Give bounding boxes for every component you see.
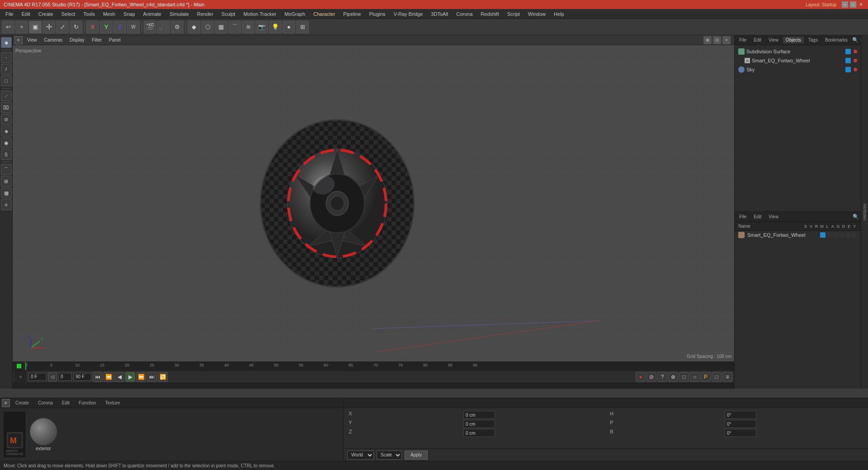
camera-button[interactable]: 📷 xyxy=(255,21,268,33)
om-bookmarks-tab[interactable]: Bookmarks xyxy=(822,37,850,43)
menu-mograph[interactable]: MoGraph xyxy=(281,9,309,19)
obj-wheel[interactable]: G Smart_EQ_Fortwo_Wheel xyxy=(743,56,859,65)
play-btn[interactable]: ▶ xyxy=(125,372,135,382)
tool-4[interactable]: ◈ xyxy=(1,126,12,136)
object-mode-button[interactable]: ◆ xyxy=(188,21,200,33)
y-axis-button[interactable]: Y xyxy=(100,21,113,33)
render-settings-button[interactable]: ⚙ xyxy=(171,21,184,33)
key-add-btn[interactable]: ⊕ xyxy=(668,372,678,382)
obj-sky[interactable]: Sky xyxy=(736,65,859,74)
obj-sky-check[interactable] xyxy=(845,67,851,72)
menu-render[interactable]: Render xyxy=(193,9,217,19)
attr-view-tab[interactable]: View xyxy=(766,213,781,220)
attr-ctrl-3[interactable] xyxy=(833,232,838,238)
obj-wheel-check[interactable] xyxy=(845,58,851,63)
menu-redshift[interactable]: Redshift xyxy=(477,9,502,19)
x-pos-input[interactable] xyxy=(463,411,495,419)
new-button[interactable]: + xyxy=(15,21,28,33)
goto-start-btn[interactable]: ⏮ xyxy=(93,372,103,382)
vp-nav-move[interactable]: ⊕ xyxy=(703,36,712,44)
vp-panel-btn[interactable]: Panel xyxy=(106,37,123,43)
tool-1[interactable]: ⟋ xyxy=(1,90,12,101)
menu-window[interactable]: Window xyxy=(524,9,549,19)
x-axis-button[interactable]: X xyxy=(86,21,99,33)
tool-2[interactable]: ⌧ xyxy=(1,102,12,113)
menu-snap[interactable]: Snap xyxy=(120,9,139,19)
light-button[interactable]: 💡 xyxy=(269,21,282,33)
menu-select[interactable]: Select xyxy=(58,9,79,19)
tool-3[interactable]: ⊘ xyxy=(1,114,12,125)
menu-help[interactable]: Help xyxy=(550,9,568,19)
menu-character[interactable]: Character xyxy=(310,9,339,19)
minimize-button[interactable]: ─ xyxy=(842,1,848,8)
mat-function-tab[interactable]: Function xyxy=(75,400,99,406)
attr-search-icon[interactable]: 🔍 xyxy=(853,214,859,220)
texture-button[interactable]: ▦ xyxy=(215,21,227,33)
tool-8[interactable]: ⊞ xyxy=(1,176,12,187)
vp-filter-btn[interactable]: Filter xyxy=(89,37,104,43)
points-btn[interactable]: · xyxy=(1,52,12,63)
tool-10[interactable]: ≡ xyxy=(1,199,12,210)
play-reverse-btn[interactable]: ◀ xyxy=(114,372,124,382)
timeline-ruler-main[interactable]: 0 5 10 15 20 25 30 35 40 45 50 55 60 65 xyxy=(25,362,734,370)
attr-file-tab[interactable]: File xyxy=(736,213,749,220)
current-frame-input[interactable] xyxy=(28,373,47,381)
mat-texture-tab[interactable]: Texture xyxy=(101,400,123,406)
frame-number-input[interactable] xyxy=(58,373,72,381)
menu-mesh[interactable]: Mesh xyxy=(99,9,119,19)
h-rot-input[interactable] xyxy=(725,411,756,419)
apply-button[interactable]: Apply xyxy=(405,451,428,460)
vp-menu-icon[interactable]: ≡ xyxy=(14,36,23,44)
vp-nav-orbit[interactable]: ⊙ xyxy=(713,36,721,44)
help-btn[interactable]: ? xyxy=(657,372,667,382)
poly-btn[interactable]: □ xyxy=(1,75,12,86)
p-rot-input[interactable] xyxy=(725,420,756,428)
viewport[interactable]: Perspective Grid Spacing : 100 cm Y X Z xyxy=(13,45,734,362)
z-axis-button[interactable]: Z xyxy=(113,21,126,33)
om-file-tab[interactable]: File xyxy=(736,37,749,43)
obj-mode-btn[interactable]: ◆ xyxy=(1,37,12,48)
menu-tools[interactable]: Tools xyxy=(80,9,99,19)
maximize-button[interactable]: □ xyxy=(850,1,856,8)
y-pos-input[interactable] xyxy=(463,420,495,428)
scale-button[interactable]: ⤢ xyxy=(56,21,69,33)
preview-btn[interactable]: P xyxy=(701,372,711,382)
attr-object-row[interactable]: Smart_EQ_Fortwo_Wheel xyxy=(735,231,861,239)
attr-ctrl-4[interactable] xyxy=(839,232,844,238)
material-button[interactable]: ● xyxy=(283,21,295,33)
tool-7[interactable]: ⌒ xyxy=(1,164,12,175)
om-objects-tab[interactable]: Objects xyxy=(783,37,804,43)
vp-display-btn[interactable]: Display xyxy=(67,37,87,43)
menu-animate[interactable]: Animate xyxy=(140,9,165,19)
b-rot-input[interactable] xyxy=(725,429,756,437)
material-item[interactable]: exterior xyxy=(30,418,57,451)
mat-menu-icon[interactable]: ≡ xyxy=(2,399,10,407)
frame-prev-btn[interactable]: ◁ xyxy=(48,372,57,381)
vp-cameras-btn[interactable]: Cameras xyxy=(42,37,66,43)
z-pos-input[interactable] xyxy=(463,429,495,437)
vp-view-btn[interactable]: View xyxy=(24,37,40,43)
attr-ctrl-5[interactable] xyxy=(845,232,851,238)
next-frame-btn[interactable]: ⏩ xyxy=(136,372,146,382)
obj-subdivision-check[interactable] xyxy=(845,49,851,54)
menu-motion-tracker[interactable]: Motion Tracker xyxy=(240,9,280,19)
om-edit-tab[interactable]: Edit xyxy=(751,37,764,43)
key-sel-btn[interactable]: □ xyxy=(679,372,689,382)
attribute-browser-tab[interactable]: Attributes xyxy=(861,35,868,389)
menu-corona[interactable]: Corona xyxy=(453,9,476,19)
key-box-btn[interactable]: □ xyxy=(712,372,722,382)
move-button[interactable]: ✛ xyxy=(42,21,55,33)
record-btn[interactable]: ● xyxy=(636,372,646,382)
om-tags-tab[interactable]: Tags xyxy=(806,37,821,43)
mat-corona-tab[interactable]: Corona xyxy=(34,400,57,406)
loop-btn[interactable]: 🔁 xyxy=(158,372,168,382)
mat-create-tab[interactable]: Create xyxy=(12,400,33,406)
menu-create[interactable]: Create xyxy=(35,9,57,19)
world-button[interactable]: W xyxy=(127,21,140,33)
grid-button[interactable]: ⊞ xyxy=(296,21,309,33)
tool-5[interactable]: ◉ xyxy=(1,137,12,148)
attr-ctrl-2[interactable] xyxy=(826,232,832,238)
world-select[interactable]: World Object Local xyxy=(347,451,374,460)
menu-simulate[interactable]: Simulate xyxy=(166,9,193,19)
menu-3dtoall[interactable]: 3DToAll xyxy=(427,9,452,19)
